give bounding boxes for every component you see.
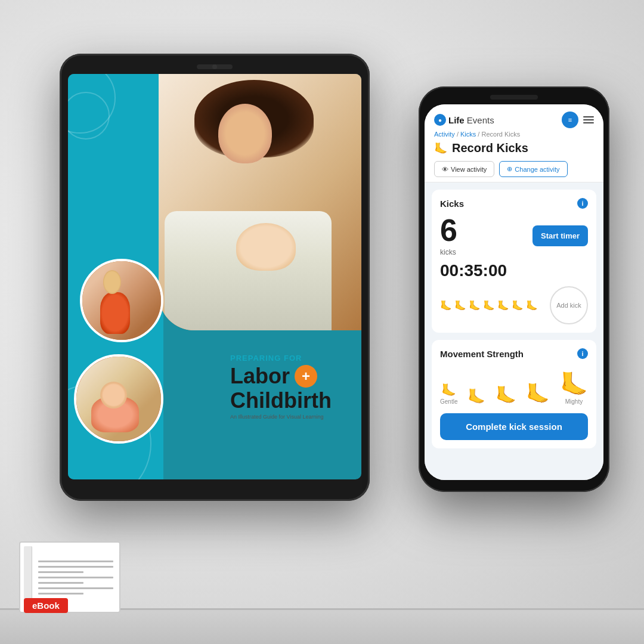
foot-1: 🦶 (440, 300, 452, 311)
shelf (0, 608, 644, 644)
tablet-device: PREPARING FOR Labor + Childbirth An Illu… (60, 54, 370, 501)
foot-6: 🦶 (512, 300, 524, 311)
circle-photo-1 (80, 259, 163, 342)
breadcrumb: Activity / Kicks / Record Kicks (434, 131, 594, 138)
cover-text: PREPARING FOR Labor + Childbirth An Illu… (230, 354, 349, 420)
kicks-section-title: Kicks (440, 199, 464, 209)
preparing-for-text: PREPARING FOR (230, 354, 349, 363)
view-activity-button[interactable]: 👁 View activity (434, 161, 494, 177)
foot-5: 🦶 (497, 300, 509, 311)
app-header: ● Life Events ≡ Activity / Kicks / Recor… (425, 104, 603, 182)
strength-4[interactable]: 🦶 (526, 382, 550, 405)
kicks-unit: kicks (440, 248, 457, 256)
phone-device: ● Life Events ≡ Activity / Kicks / Recor… (419, 86, 609, 492)
ebook-label: eBook (24, 598, 68, 613)
add-kick-row: 🦶 🦶 🦶 🦶 🦶 🦶 🦶 Add kick (440, 286, 588, 324)
gentle-label: Gentle (440, 398, 457, 405)
movement-header: Movement Strength i (440, 348, 588, 359)
subtitle-text: An Illustrated Guide for Visual Learning (230, 414, 349, 420)
header-icons: ≡ (562, 112, 594, 128)
mighty-label: Mighty (565, 398, 583, 405)
red-dress (100, 292, 130, 334)
book-line-5 (38, 582, 83, 584)
foot-7: 🦶 (526, 300, 538, 311)
plus-circle: + (295, 365, 317, 388)
labor-word: Labor (230, 366, 290, 387)
book-line-6 (38, 587, 113, 589)
kicks-count-row: 6 kicks Start timer (440, 215, 588, 256)
action-buttons: 👁 View activity ⊕ Change activity (434, 161, 594, 177)
start-timer-button[interactable]: Start timer (532, 225, 588, 246)
foot-icons-row: 🦶 🦶 🦶 🦶 🦶 🦶 🦶 (440, 300, 550, 311)
timer-display: 00:35:00 (440, 261, 588, 280)
ebook-book: eBook (19, 541, 120, 613)
kicks-info-icon[interactable]: i (577, 198, 588, 209)
baby (236, 223, 296, 271)
change-icon: ⊕ (507, 165, 512, 173)
kicks-header: Kicks i (440, 198, 588, 209)
title-row: ● Life Events ≡ (434, 112, 594, 128)
kicks-number: 6 (440, 215, 457, 246)
childbirth-word: Childbirth (230, 390, 349, 411)
strength-icons-row: 🦶 Gentle 🦶 🦶 🦶 🦶 Mighty (440, 365, 588, 411)
strength-3[interactable]: 🦶 (496, 385, 516, 405)
ebook-badge: eBook (19, 541, 126, 613)
deco-circle-2 (68, 92, 110, 140)
page-title-row: 🦶 Record Kicks (434, 141, 594, 155)
strength-2[interactable]: 🦶 (467, 388, 485, 405)
strength-gentle[interactable]: 🦶 Gentle (440, 383, 457, 405)
phone-content: Kicks i 6 kicks Start timer 00:35:00 🦶 🦶 (425, 182, 603, 480)
tablet-camera (197, 64, 233, 69)
complete-kick-session-button[interactable]: Complete kick session (440, 413, 588, 440)
book-line-2 (38, 566, 113, 568)
breadcrumb-kicks[interactable]: Kicks (460, 131, 476, 138)
add-kick-button[interactable]: Add kick (550, 286, 588, 324)
foot-4: 🦶 (483, 300, 495, 311)
book-line-4 (38, 577, 113, 578)
view-icon: 👁 (442, 166, 448, 173)
kicks-count-block: 6 kicks (440, 215, 457, 256)
phone-notch (490, 95, 538, 100)
movement-title: Movement Strength (440, 349, 524, 359)
breadcrumb-current: Record Kicks (481, 131, 520, 138)
movement-card: Movement Strength i 🦶 Gentle 🦶 🦶 (432, 340, 596, 448)
circle1-face (103, 270, 121, 294)
foot-2: 🦶 (454, 300, 466, 311)
menu-icon[interactable] (583, 116, 594, 123)
breadcrumb-activity[interactable]: Activity (434, 131, 455, 138)
notification-icon[interactable]: ≡ (562, 112, 578, 128)
tablet-screen: PREPARING FOR Labor + Childbirth An Illu… (68, 74, 361, 479)
change-activity-button[interactable]: ⊕ Change activity (499, 161, 567, 177)
face (218, 104, 272, 163)
logo-icon: ● (434, 114, 446, 126)
foot-icon: 🦶 (434, 142, 447, 155)
book-line-1 (38, 561, 113, 562)
foot-3: 🦶 (469, 300, 481, 311)
kicks-card: Kicks i 6 kicks Start timer 00:35:00 🦶 🦶 (432, 190, 596, 333)
strength-mighty[interactable]: 🦶 Mighty (560, 371, 588, 405)
app-title: Life Events (448, 115, 494, 125)
baby-head (100, 382, 127, 408)
labor-row: Labor + (230, 365, 349, 388)
book-line-7 (38, 593, 83, 595)
page-title: Record Kicks (452, 141, 528, 155)
cover-main-photo (159, 74, 361, 330)
movement-info-icon[interactable]: i (577, 348, 588, 359)
circle-photo-2 (74, 354, 163, 444)
app-logo: ● Life Events (434, 114, 494, 126)
book-line-3 (38, 571, 83, 573)
phone-screen: ● Life Events ≡ Activity / Kicks / Recor… (425, 104, 603, 480)
